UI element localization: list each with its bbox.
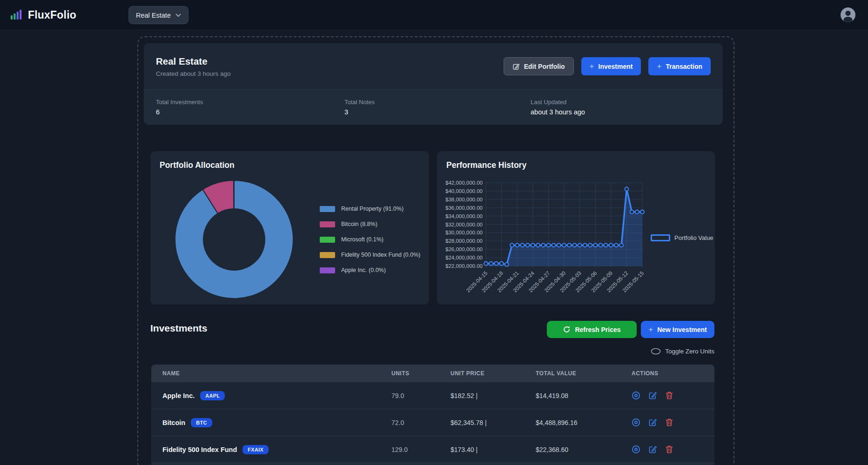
investments-table: NAMEUNITSUNIT PRICETOTAL VALUEACTIONS Ap… bbox=[151, 365, 714, 465]
cell-name: Fidelity 500 Index FundFXAIX bbox=[151, 445, 380, 454]
table-header-cell: TOTAL VALUE bbox=[525, 370, 620, 377]
edit-pencil-icon[interactable] bbox=[648, 391, 657, 400]
allocation-legend: Rental Property (91.0%)Bitcoin (8.8%)Mic… bbox=[320, 206, 420, 282]
legend-swatch bbox=[320, 267, 335, 273]
cell-total-value: $4,488,896.16 bbox=[525, 419, 620, 426]
user-avatar-icon[interactable] bbox=[840, 7, 856, 23]
allocation-title: Portfolio Allocation bbox=[150, 151, 429, 170]
delete-trash-icon[interactable] bbox=[665, 391, 673, 400]
cell-total-value: $22,368.60 bbox=[525, 446, 620, 453]
legend-label: Microsoft (0.1%) bbox=[341, 236, 384, 243]
portfolio-selector-dropdown[interactable]: Real Estate bbox=[128, 6, 188, 24]
stat-item: Total Notes3 bbox=[344, 99, 531, 116]
stat-item: Last Updatedabout 3 hours ago bbox=[531, 99, 711, 116]
chevron-down-icon bbox=[175, 13, 181, 17]
cell-units: 79.0 bbox=[380, 392, 439, 399]
top-nav: FluxFolio Real Estate bbox=[0, 0, 868, 30]
svg-text:$30,000,000.00: $30,000,000.00 bbox=[445, 230, 483, 235]
investments-title: Investments bbox=[150, 323, 208, 334]
cell-name: Apple Inc.AAPL bbox=[151, 391, 380, 400]
table-header-cell: ACTIONS bbox=[620, 370, 714, 377]
portfolio-selector-value: Real Estate bbox=[136, 12, 171, 19]
legend-label: Portfolio Value bbox=[674, 234, 713, 241]
stat-value: about 3 hours ago bbox=[531, 108, 711, 116]
cell-actions bbox=[620, 418, 714, 427]
legend-label: Fidelity 500 Index Fund (0.0%) bbox=[341, 252, 420, 258]
cell-unit-price: $173.40 | bbox=[439, 446, 525, 453]
table-body: Apple Inc.AAPL79.0$182.52 |$14,419.08Bit… bbox=[151, 382, 714, 463]
legend-item: Bitcoin (8.8%) bbox=[320, 221, 420, 227]
legend-label: Bitcoin (8.8%) bbox=[341, 221, 377, 227]
donut-slice-microsoft bbox=[234, 180, 234, 209]
stat-value: 6 bbox=[156, 108, 344, 116]
refresh-prices-button[interactable]: Refresh Prices bbox=[547, 321, 637, 338]
view-eye-icon[interactable] bbox=[632, 418, 640, 427]
new-investment-button[interactable]: + New Investment bbox=[641, 321, 714, 338]
legend-swatch bbox=[320, 252, 335, 258]
table-header-row: NAMEUNITSUNIT PRICETOTAL VALUEACTIONS bbox=[151, 365, 714, 382]
cell-unit-price: $182.52 | bbox=[439, 392, 525, 399]
delete-trash-icon[interactable] bbox=[665, 418, 673, 427]
cell-name: BitcoinBTC bbox=[151, 418, 380, 427]
plus-icon: + bbox=[648, 326, 653, 333]
svg-text:$24,000,000.00: $24,000,000.00 bbox=[445, 255, 483, 260]
add-investment-button[interactable]: + Investment bbox=[581, 57, 641, 75]
allocation-donut-chart bbox=[171, 177, 297, 302]
portfolio-title: Real Estate bbox=[156, 56, 231, 67]
cell-total-value: $14,419.08 bbox=[525, 392, 620, 399]
stat-label: Total Investments bbox=[156, 99, 344, 106]
next-row-partial bbox=[151, 463, 714, 465]
svg-text:$26,000,000.00: $26,000,000.00 bbox=[445, 246, 483, 252]
portfolio-created-text: Created about 3 hours ago bbox=[156, 70, 231, 77]
legend-item: Fidelity 500 Index Fund (0.0%) bbox=[320, 252, 420, 258]
cell-units: 72.0 bbox=[380, 419, 439, 426]
investment-name: Apple Inc. bbox=[162, 392, 195, 399]
plus-icon: + bbox=[590, 62, 594, 70]
svg-text:$34,000,000.00: $34,000,000.00 bbox=[445, 213, 483, 219]
edit-pencil-icon[interactable] bbox=[648, 445, 657, 454]
investment-name: Fidelity 500 Index Fund bbox=[162, 446, 237, 453]
legend-item: Apple Inc. (0.0%) bbox=[320, 267, 420, 273]
performance-legend: Portfolio Value bbox=[651, 234, 713, 241]
svg-text:$38,000,000.00: $38,000,000.00 bbox=[445, 197, 483, 202]
allocation-card: Portfolio Allocation Rental Property (91… bbox=[150, 151, 429, 305]
brand-logo-icon bbox=[10, 8, 22, 22]
cell-units: 129.0 bbox=[380, 446, 439, 453]
stat-value: 3 bbox=[344, 108, 531, 116]
view-eye-icon[interactable] bbox=[632, 391, 640, 400]
svg-text:$42,000,000.00: $42,000,000.00 bbox=[445, 180, 483, 186]
toggle-zero-units[interactable]: Toggle Zero Units bbox=[651, 348, 714, 355]
table-row: Fidelity 500 Index FundFXAIX129.0$173.40… bbox=[151, 436, 714, 463]
table-row: BitcoinBTC72.0$62,345.78 |$4,488,896.16 bbox=[151, 409, 714, 436]
svg-text:$22,000,000.00: $22,000,000.00 bbox=[445, 263, 483, 269]
brand-name: FluxFolio bbox=[28, 9, 76, 21]
edit-pencil-icon[interactable] bbox=[648, 418, 657, 427]
stat-label: Total Notes bbox=[344, 99, 531, 106]
ticker-badge: AAPL bbox=[200, 391, 225, 400]
svg-text:$36,000,000.00: $36,000,000.00 bbox=[445, 205, 483, 211]
table-header-cell: NAME bbox=[151, 370, 380, 377]
view-eye-icon[interactable] bbox=[632, 445, 640, 454]
ticker-badge: FXAIX bbox=[242, 445, 269, 454]
add-transaction-button[interactable]: + Transaction bbox=[648, 57, 711, 75]
cell-actions bbox=[620, 445, 714, 454]
plus-icon: + bbox=[657, 62, 661, 70]
svg-text:$40,000,000.00: $40,000,000.00 bbox=[445, 188, 483, 194]
edit-portfolio-button[interactable]: Edit Portfolio bbox=[504, 57, 574, 75]
stat-item: Total Investments6 bbox=[156, 99, 344, 116]
performance-card: Performance History $42,000,000.00$40,00… bbox=[437, 151, 715, 305]
performance-title: Performance History bbox=[437, 151, 715, 170]
cell-actions bbox=[620, 391, 714, 400]
legend-item: Rental Property (91.0%) bbox=[320, 206, 420, 212]
delete-trash-icon[interactable] bbox=[665, 445, 673, 454]
legend-label: Rental Property (91.0%) bbox=[341, 206, 404, 212]
svg-text:$28,000,000.00: $28,000,000.00 bbox=[445, 238, 483, 244]
legend-item: Microsoft (0.1%) bbox=[320, 236, 420, 243]
portfolio-stats: Total Investments6Total Notes3Last Updat… bbox=[144, 89, 723, 125]
legend-label: Apple Inc. (0.0%) bbox=[341, 267, 386, 273]
legend-swatch bbox=[320, 221, 335, 227]
portfolio-header-card: Real Estate Created about 3 hours ago Ed… bbox=[144, 43, 723, 125]
investment-name: Bitcoin bbox=[162, 419, 185, 426]
cell-unit-price: $62,345.78 | bbox=[439, 419, 525, 426]
table-header-cell: UNITS bbox=[380, 370, 439, 377]
